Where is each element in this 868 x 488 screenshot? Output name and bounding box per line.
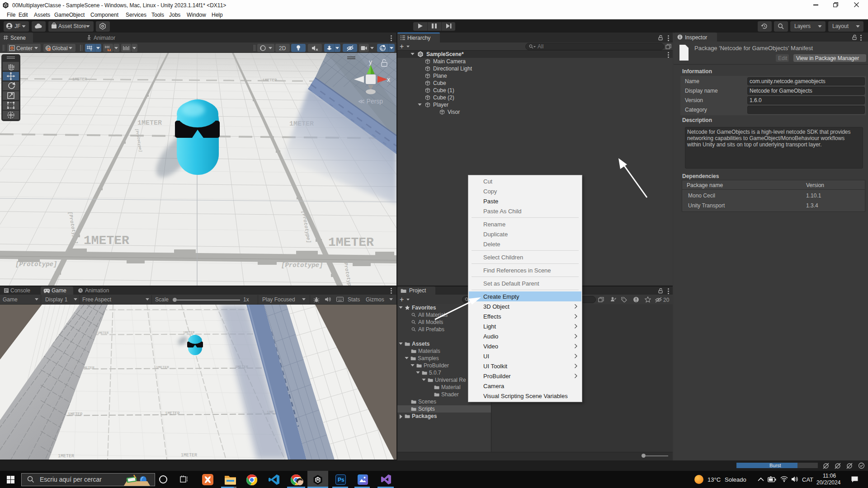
svg-text:x: x [387,76,390,83]
svg-text:1METER: 1METER [156,365,169,369]
svg-text:[Prototype]: [Prototype] [281,262,323,269]
svg-text:[Prototype]: [Prototype] [15,261,57,268]
svg-text:y: y [369,58,372,66]
svg-text:1METER: 1METER [72,77,87,82]
svg-text:1METER: 1METER [328,235,374,249]
svg-text:1METER: 1METER [165,411,180,416]
svg-text:1METER: 1METER [137,119,162,127]
svg-text:1METER: 1METER [183,331,195,334]
svg-text:≪ Persp: ≪ Persp [358,98,383,105]
svg-text:1METER: 1METER [97,331,109,335]
svg-text:1METER: 1METER [262,78,277,83]
svg-text:1METER: 1METER [181,453,197,458]
svg-text:Y: Y [90,48,92,51]
svg-text:1METER: 1METER [68,412,83,417]
svg-text:1METER: 1METER [58,454,74,459]
svg-text:1METER: 1METER [84,234,129,248]
